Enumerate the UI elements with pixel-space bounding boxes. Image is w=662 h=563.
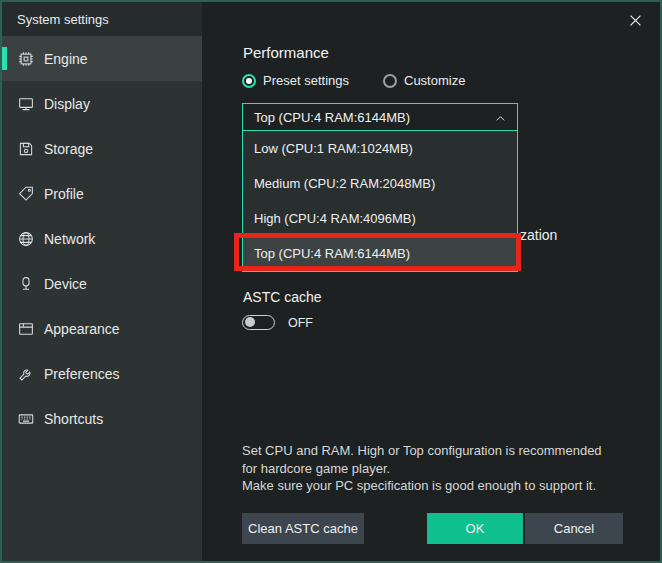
ok-button[interactable]: OK — [427, 513, 523, 544]
radio-preset-settings[interactable]: Preset settings — [242, 73, 349, 88]
sidebar-item-profile[interactable]: Profile — [2, 171, 202, 216]
performance-preset-dropdown[interactable]: Top (CPU:4 RAM:6144MB) — [242, 103, 518, 131]
radio-label: Preset settings — [263, 73, 349, 88]
chevron-up-icon — [493, 111, 508, 129]
astc-cache-label: ASTC cache — [243, 289, 322, 305]
sidebar-item-storage[interactable]: Storage — [2, 126, 202, 171]
radio-label: Customize — [404, 73, 465, 88]
radio-selected-icon — [242, 74, 256, 88]
device-icon — [17, 275, 35, 293]
keyboard-icon — [17, 410, 35, 428]
sidebar-item-label: Display — [44, 96, 90, 112]
sidebar-item-label: Profile — [44, 186, 84, 202]
monitor-icon — [17, 95, 35, 113]
sidebar-item-display[interactable]: Display — [2, 81, 202, 126]
sidebar-item-label: Storage — [44, 141, 93, 157]
sidebar-item-label: Engine — [44, 51, 88, 67]
main-panel: Performance Preset settings Customize za… — [202, 2, 660, 561]
toggle-knob — [245, 317, 255, 327]
sidebar-item-device[interactable]: Device — [2, 261, 202, 306]
dropdown-option-list: Low (CPU:1 RAM:1024MB) Medium (CPU:2 RAM… — [242, 131, 518, 272]
system-settings-window: System settings Engine Display — [0, 0, 662, 563]
radio-unselected-icon — [383, 74, 397, 88]
tag-icon — [17, 185, 35, 203]
radio-customize[interactable]: Customize — [383, 73, 465, 88]
active-accent-bar — [2, 47, 7, 70]
sidebar-item-label: Shortcuts — [44, 411, 103, 427]
dropdown-selected-value: Top (CPU:4 RAM:6144MB) — [254, 110, 410, 125]
dropdown-option-medium[interactable]: Medium (CPU:2 RAM:2048MB) — [243, 166, 517, 201]
sidebar-item-label: Network — [44, 231, 95, 247]
help-line: Make sure your PC specification is good … — [242, 477, 602, 495]
floppy-icon — [17, 140, 35, 158]
cancel-button[interactable]: Cancel — [525, 513, 623, 544]
wrench-icon — [17, 365, 35, 383]
window-title: System settings — [2, 2, 202, 36]
sidebar-item-label: Preferences — [44, 366, 119, 382]
help-text: Set CPU and RAM. High or Top configurati… — [242, 442, 602, 495]
chip-icon — [17, 50, 35, 68]
sidebar-item-appearance[interactable]: Appearance — [2, 306, 202, 351]
sidebar-item-label: Appearance — [44, 321, 120, 337]
sidebar-item-engine[interactable]: Engine — [2, 36, 202, 81]
sidebar-item-label: Device — [44, 276, 87, 292]
astc-cache-toggle[interactable] — [242, 315, 275, 330]
section-title: Performance — [243, 44, 329, 61]
dropdown-option-high[interactable]: High (CPU:4 RAM:4096MB) — [243, 201, 517, 236]
partially-hidden-text: zation — [520, 227, 557, 243]
help-line: Set CPU and RAM. High or Top configurati… — [242, 442, 602, 460]
clean-astc-cache-button[interactable]: Clean ASTC cache — [242, 513, 364, 544]
window-icon — [17, 320, 35, 338]
toggle-state-label: OFF — [288, 316, 313, 330]
sidebar: System settings Engine Display — [2, 2, 202, 561]
sidebar-item-preferences[interactable]: Preferences — [2, 351, 202, 396]
close-icon[interactable] — [624, 9, 646, 31]
dropdown-option-low[interactable]: Low (CPU:1 RAM:1024MB) — [243, 131, 517, 166]
help-line: for hardcore game player. — [242, 460, 602, 478]
sidebar-item-shortcuts[interactable]: Shortcuts — [2, 396, 202, 441]
sidebar-item-network[interactable]: Network — [2, 216, 202, 261]
dropdown-option-top[interactable]: Top (CPU:4 RAM:6144MB) — [243, 236, 517, 271]
globe-icon — [17, 230, 35, 248]
